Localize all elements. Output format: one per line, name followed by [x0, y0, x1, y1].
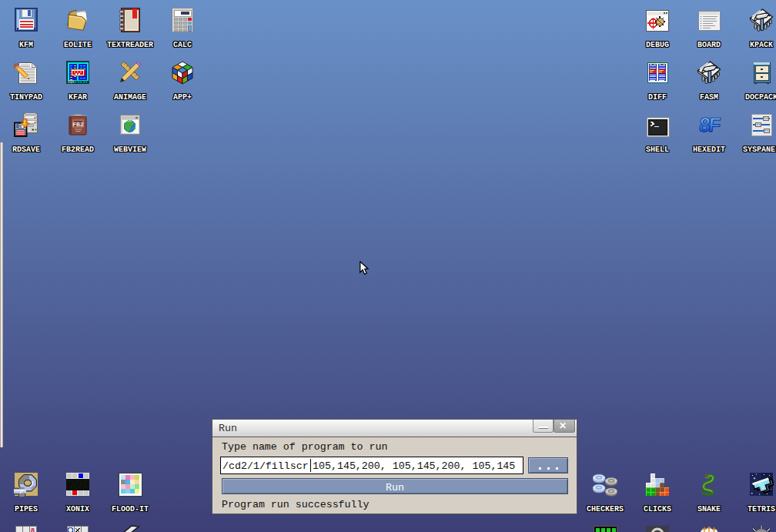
svg-text:69A: 69A — [68, 80, 74, 84]
svg-text:8: 8 — [31, 527, 35, 532]
svg-text:8F: 8F — [698, 114, 721, 137]
svg-text:FB2: FB2 — [72, 121, 84, 128]
